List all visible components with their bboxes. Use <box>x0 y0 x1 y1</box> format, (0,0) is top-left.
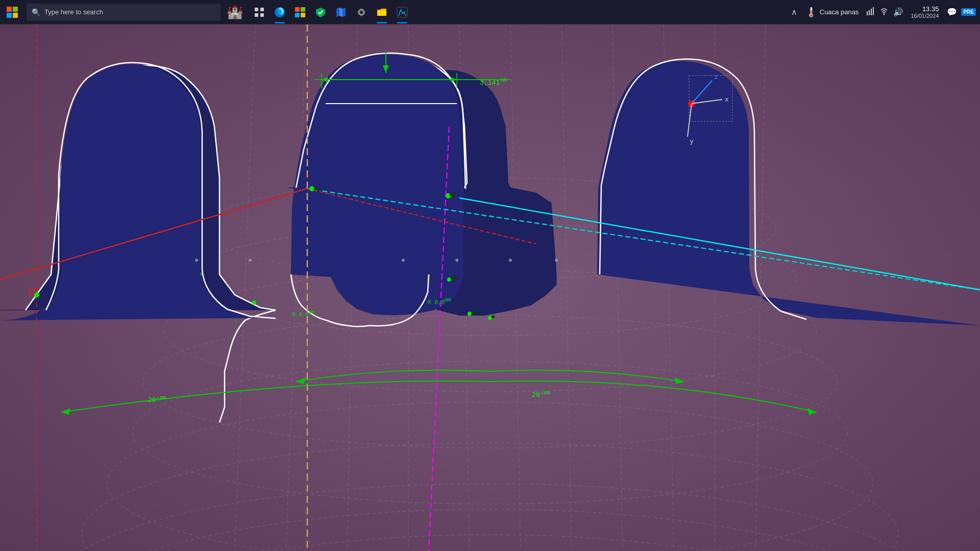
svg-point-78 <box>447 278 451 282</box>
svg-rect-19 <box>377 11 386 16</box>
svg-point-96 <box>195 259 198 262</box>
svg-point-81 <box>468 312 472 316</box>
svg-point-87 <box>34 292 39 297</box>
svg-rect-12 <box>301 7 305 12</box>
svg-point-83 <box>474 311 477 314</box>
shield-icon[interactable] <box>310 0 331 24</box>
svg-rect-7 <box>260 13 264 17</box>
clock[interactable]: 13.35 16/01/2024 <box>906 5 943 19</box>
city-icon: 🏰 <box>223 0 247 24</box>
svg-rect-5 <box>260 8 264 11</box>
svg-rect-14 <box>301 13 305 17</box>
svg-point-73 <box>314 187 317 190</box>
settings-icon[interactable] <box>351 0 372 24</box>
store-badge[interactable]: PRE <box>961 8 976 16</box>
svg-rect-1 <box>13 7 18 12</box>
svg-point-25 <box>884 13 885 15</box>
svg-point-76 <box>450 193 453 196</box>
svg-rect-4 <box>255 8 258 11</box>
search-icon: 🔍 <box>32 8 40 16</box>
wifi-icon[interactable] <box>878 7 890 17</box>
svg-rect-22 <box>869 10 870 15</box>
store-icon[interactable] <box>290 0 310 24</box>
svg-text:y: y <box>690 137 694 145</box>
svg-point-18 <box>360 11 363 14</box>
svg-point-99 <box>455 259 458 262</box>
svg-point-72 <box>309 186 314 191</box>
svg-text:z: z <box>714 73 718 81</box>
taskbar-right: ∧ 🌡️ Cuaca panas 🔊 13.3 <box>789 5 980 19</box>
edge-icon[interactable] <box>270 0 290 24</box>
volume-icon[interactable]: 🔊 <box>891 7 905 17</box>
cad-viewport[interactable]: 3,141mm 20°mm 20°mm <box>0 24 980 551</box>
chevron-icon[interactable]: ∧ <box>789 7 799 17</box>
svg-point-97 <box>249 259 252 262</box>
svg-point-85 <box>492 315 495 318</box>
svg-rect-23 <box>871 9 872 15</box>
svg-rect-0 <box>7 7 12 12</box>
svg-point-82 <box>471 311 474 314</box>
search-text: Type here to search <box>44 8 103 16</box>
svg-point-86 <box>252 300 256 305</box>
start-button[interactable] <box>0 0 24 24</box>
svg-point-79 <box>451 277 454 280</box>
svg-point-77 <box>453 193 456 196</box>
weather-label: Cuaca panas <box>820 8 859 16</box>
weather-widget[interactable]: 🌡️ Cuaca panas <box>800 7 864 18</box>
cad-app-icon[interactable] <box>392 0 412 24</box>
svg-point-80 <box>454 276 457 279</box>
svg-point-10 <box>277 9 282 15</box>
svg-point-74 <box>317 189 320 192</box>
taskbar: 🔍 Type here to search 🏰 <box>0 0 980 24</box>
task-view-button[interactable] <box>249 0 270 24</box>
svg-point-101 <box>555 259 558 262</box>
svg-point-98 <box>402 259 405 262</box>
svg-rect-11 <box>295 7 300 12</box>
maps-icon[interactable] <box>331 0 351 24</box>
svg-rect-2 <box>7 13 12 18</box>
date-display: 16/01/2024 <box>911 13 939 19</box>
file-explorer-icon[interactable] <box>372 0 392 24</box>
svg-rect-13 <box>295 13 300 17</box>
search-bar[interactable]: 🔍 Type here to search <box>27 4 220 21</box>
weather-icon: 🌡️ <box>805 7 817 18</box>
svg-rect-21 <box>867 11 868 15</box>
svg-text:x: x <box>725 95 729 103</box>
svg-rect-24 <box>873 7 874 15</box>
svg-rect-3 <box>13 13 18 18</box>
cad-canvas: 3,141mm 20°mm 20°mm <box>0 24 980 551</box>
svg-point-84 <box>488 316 492 320</box>
svg-rect-6 <box>255 13 258 17</box>
notification-button[interactable]: 💬 <box>944 7 960 17</box>
svg-marker-16 <box>339 8 342 17</box>
network-icon[interactable] <box>865 7 877 17</box>
svg-point-100 <box>509 259 512 262</box>
time-display: 13.35 <box>922 5 939 13</box>
